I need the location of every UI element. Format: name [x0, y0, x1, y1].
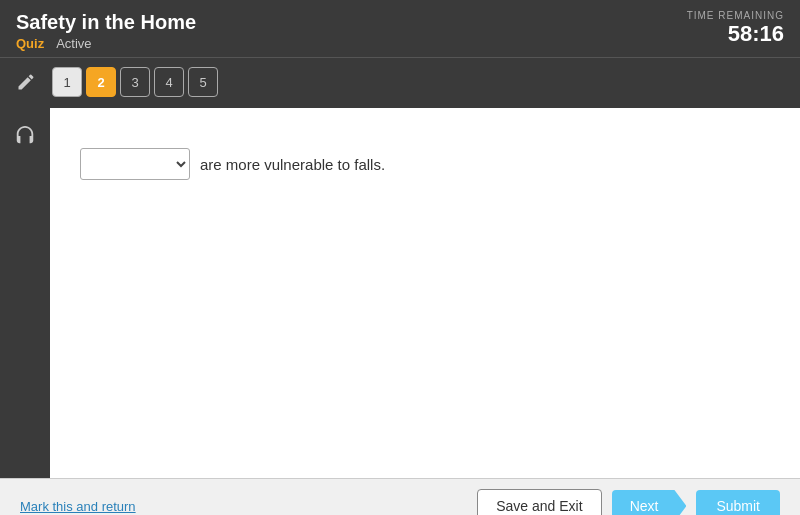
- header-meta: Quiz Active: [16, 36, 196, 51]
- meta-active-label: Active: [56, 36, 91, 51]
- footer-right: Save and Exit Next Submit: [477, 489, 780, 515]
- question-row: are more vulnerable to falls.: [80, 148, 770, 180]
- timer-area: TIME REMAINING 58:16: [687, 10, 784, 47]
- answer-dropdown[interactable]: [80, 148, 190, 180]
- question-num-1[interactable]: 1: [52, 67, 82, 97]
- question-num-3[interactable]: 3: [120, 67, 150, 97]
- footer: Mark this and return Save and Exit Next …: [0, 478, 800, 515]
- header: Safety in the Home Quiz Active TIME REMA…: [0, 0, 800, 57]
- page-title: Safety in the Home: [16, 10, 196, 34]
- main-area: are more vulnerable to falls.: [0, 108, 800, 478]
- question-num-5[interactable]: 5: [188, 67, 218, 97]
- footer-left: Mark this and return: [20, 497, 136, 515]
- headphones-icon[interactable]: [7, 118, 43, 154]
- content-area: are more vulnerable to falls.: [50, 108, 800, 478]
- pencil-icon[interactable]: [8, 64, 44, 100]
- meta-quiz-label: Quiz: [16, 36, 44, 51]
- question-num-2[interactable]: 2: [86, 67, 116, 97]
- toolbar: 1 2 3 4 5: [0, 57, 800, 108]
- sidebar: [0, 108, 50, 478]
- time-value: 58:16: [687, 21, 784, 47]
- save-exit-button[interactable]: Save and Exit: [477, 489, 601, 515]
- question-num-4[interactable]: 4: [154, 67, 184, 97]
- time-label: TIME REMAINING: [687, 10, 784, 21]
- question-text: are more vulnerable to falls.: [200, 156, 385, 173]
- question-numbers: 1 2 3 4 5: [52, 67, 218, 97]
- header-left: Safety in the Home Quiz Active: [16, 10, 196, 51]
- submit-button[interactable]: Submit: [696, 490, 780, 515]
- mark-return-link[interactable]: Mark this and return: [20, 499, 136, 514]
- next-button[interactable]: Next: [612, 490, 687, 515]
